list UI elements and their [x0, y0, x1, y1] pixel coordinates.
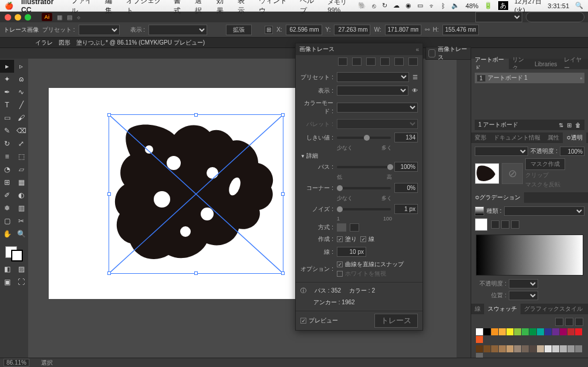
swatch[interactable] [529, 345, 536, 352]
battery-icon[interactable]: 🔋 [484, 2, 492, 9]
fill-stroke-proxy[interactable] [4, 245, 24, 263]
zoom-tool[interactable]: 🔍 [14, 227, 28, 240]
menu-select[interactable]: 選択 [195, 0, 208, 16]
tab-gradient[interactable]: ≎グラデーション [471, 192, 524, 203]
menu-window[interactable]: ウィンドウ [259, 0, 292, 16]
magic-wand-tool[interactable]: ✦ [0, 73, 14, 86]
tp-create-fill-check[interactable] [337, 236, 343, 242]
tab-transform[interactable]: 変形 [471, 132, 490, 143]
link-wh-icon[interactable]: ⚯ [425, 26, 430, 33]
artboard-tool[interactable]: ▢ [0, 215, 14, 227]
collapse-panel-icon[interactable]: « [415, 46, 419, 53]
hand-tool[interactable]: ✋ [0, 227, 14, 240]
swatch[interactable] [537, 328, 544, 335]
new-artboard-icon[interactable]: ⊞ [567, 122, 572, 128]
tp-trace-button[interactable]: トレース [374, 314, 418, 328]
swatch[interactable] [560, 328, 567, 335]
tp-method-overlap-icon[interactable] [350, 223, 359, 232]
swatch[interactable] [476, 345, 483, 352]
width-tool[interactable]: ≡ [0, 150, 14, 163]
bridge-icon[interactable]: ▦ [57, 14, 62, 21]
tp-view-select[interactable]: トレース結果 [337, 86, 408, 96]
evernote-icon[interactable]: 🐘 [358, 2, 366, 9]
delete-artboard-icon[interactable]: 🗑 [575, 122, 581, 128]
shape-builder-tool[interactable]: ◔ [0, 163, 14, 176]
swatch[interactable] [484, 328, 491, 335]
stock-icon[interactable]: ▤ [67, 14, 72, 21]
rectangle-tool[interactable]: ▭ [0, 111, 14, 124]
line-tool[interactable]: ╱ [14, 98, 28, 111]
swatch[interactable] [545, 345, 552, 352]
swatch[interactable] [506, 328, 513, 335]
tp-noise-input[interactable] [394, 204, 418, 214]
preset-lofi-icon[interactable] [366, 57, 376, 66]
swatch[interactable] [491, 328, 498, 335]
dropbox-icon[interactable]: ⎋ [372, 2, 376, 9]
menu-view[interactable]: 表示 [238, 0, 251, 16]
app-name[interactable]: Illustrator CC [21, 0, 63, 14]
type-tool[interactable]: T [0, 98, 14, 111]
swatch-list-icon[interactable] [565, 318, 573, 326]
opacity-input[interactable] [560, 147, 584, 156]
close-window[interactable] [5, 14, 11, 21]
swatch[interactable] [545, 328, 552, 335]
swatch-options-icon[interactable] [575, 318, 583, 326]
pen-tool[interactable]: ✒ [0, 86, 14, 98]
gradient-mode-icon[interactable]: ▨ [14, 263, 28, 276]
swatch[interactable] [529, 328, 536, 335]
preset-auto-icon[interactable] [338, 57, 347, 66]
help-search[interactable] [526, 12, 584, 22]
workspace-switcher[interactable]: レイアウト [475, 12, 522, 22]
screen-mode-icon[interactable]: ▣ [0, 276, 14, 288]
scale-tool[interactable]: ⤢ [14, 137, 28, 150]
paintbrush-tool[interactable]: 🖌 [14, 111, 28, 124]
line-icon[interactable]: ◉ [405, 2, 411, 9]
y-input[interactable] [334, 25, 370, 35]
spotlight-icon[interactable]: 🔍 [575, 2, 583, 9]
tab-layers[interactable]: レイヤー [560, 59, 588, 69]
swatch[interactable] [506, 345, 513, 352]
tab-attributes[interactable]: 属性 [544, 132, 563, 143]
swatch[interactable] [560, 345, 567, 352]
gradient-swatch[interactable] [475, 206, 484, 216]
tp-create-stroke-check[interactable] [360, 236, 366, 242]
menu-effect[interactable]: 効果 [217, 0, 229, 16]
wifi-icon[interactable]: ᯤ [429, 2, 435, 9]
grad-location-select[interactable] [509, 291, 538, 300]
tp-paths-slider[interactable] [337, 166, 391, 168]
tab-graphic-styles[interactable]: グラフィックスタイル [521, 304, 586, 314]
preset-gray-icon[interactable] [380, 57, 390, 66]
shaper-tool[interactable]: ✎ [0, 124, 14, 137]
ime-indicator[interactable]: あ [498, 1, 508, 10]
preset-outline-icon[interactable] [408, 57, 418, 66]
tsb-artboards[interactable]: アートボード [471, 59, 509, 69]
swatch[interactable] [476, 328, 483, 335]
grad-angle-icon[interactable] [511, 220, 519, 229]
tp-preview-check[interactable] [300, 318, 306, 324]
swatch[interactable] [552, 345, 559, 352]
swatch[interactable] [514, 345, 521, 352]
tp-method-abutting-icon[interactable] [337, 223, 346, 232]
apple-icon[interactable]: 🍎 [5, 2, 13, 10]
preset-bw-icon[interactable] [394, 57, 404, 66]
tab-stroke[interactable]: 線 [471, 304, 484, 314]
swatch[interactable] [476, 336, 483, 343]
gradient-ramp[interactable] [476, 235, 583, 276]
tp-threshold-input[interactable] [394, 132, 418, 142]
tp-detail-disclosure[interactable]: 詳細 [300, 152, 418, 160]
preset-hifi-icon[interactable] [352, 57, 361, 66]
slice-tool[interactable]: ✂ [14, 215, 28, 227]
swatch[interactable] [514, 328, 521, 335]
sync-icon[interactable]: ↻ [382, 2, 387, 9]
tab-docinfo[interactable]: ドキュメント情報 [490, 132, 544, 143]
grad-fill-proxy[interactable] [475, 218, 488, 231]
tp-paths-input[interactable] [394, 162, 418, 172]
bluetooth-icon[interactable]: ᛒ [441, 2, 445, 9]
tp-threshold-slider[interactable] [337, 137, 391, 139]
free-transform-tool[interactable]: ⬚ [14, 150, 28, 163]
selection-tool[interactable]: ▸ [0, 60, 14, 73]
blend-mode-select[interactable]: 通常 [475, 147, 528, 156]
swatch[interactable] [575, 345, 582, 352]
blend-tool[interactable]: ◐ [14, 189, 28, 202]
grad-radial-icon[interactable] [501, 220, 509, 229]
